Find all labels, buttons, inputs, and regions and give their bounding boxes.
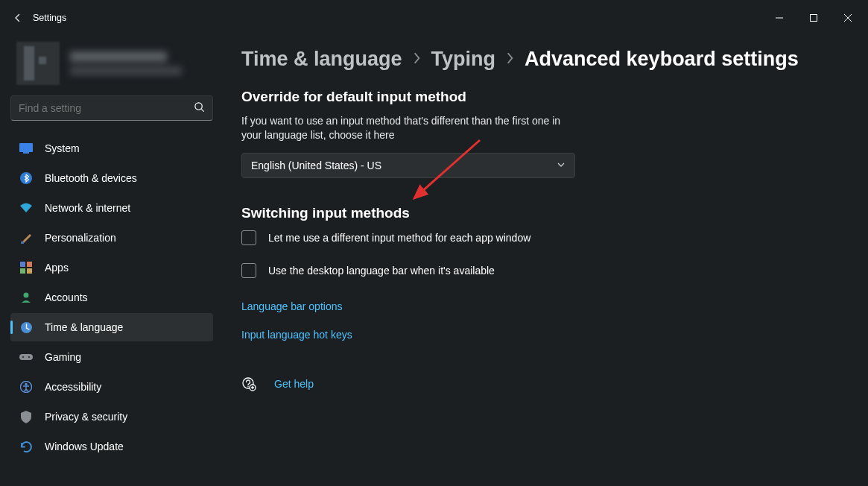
bluetooth-icon xyxy=(19,171,33,185)
title-bar: Settings xyxy=(0,0,868,36)
sidebar-item-privacy[interactable]: Privacy & security xyxy=(10,403,213,431)
sidebar-item-label: Bluetooth & devices xyxy=(45,172,137,184)
svg-point-18 xyxy=(28,356,30,358)
nav: System Bluetooth & devices Network & int… xyxy=(10,134,213,461)
sidebar-item-apps[interactable]: Apps xyxy=(10,253,213,282)
search-input[interactable] xyxy=(19,102,194,114)
link-input-hotkeys[interactable]: Input language hot keys xyxy=(241,329,838,341)
checkbox-row-per-app[interactable]: Let me use a different input method for … xyxy=(241,230,838,245)
brush-icon xyxy=(19,231,33,244)
gamepad-icon xyxy=(19,350,33,364)
minimize-button[interactable] xyxy=(762,6,796,30)
apps-icon xyxy=(19,261,33,274)
search-box[interactable] xyxy=(10,95,213,121)
svg-rect-12 xyxy=(20,268,25,274)
breadcrumb: Time & language Typing Advanced keyboard… xyxy=(241,48,838,71)
svg-point-4 xyxy=(195,102,202,109)
sidebar-item-bluetooth[interactable]: Bluetooth & devices xyxy=(10,164,213,192)
checkbox-row-language-bar[interactable]: Use the desktop language bar when it's a… xyxy=(241,263,838,278)
svg-rect-6 xyxy=(19,143,33,152)
svg-point-22 xyxy=(247,386,248,387)
breadcrumb-current: Advanced keyboard settings xyxy=(525,48,799,71)
svg-rect-16 xyxy=(19,354,33,360)
help-row: Get help xyxy=(241,376,838,391)
sidebar-item-label: Privacy & security xyxy=(45,411,127,423)
svg-rect-11 xyxy=(27,262,32,267)
sidebar-item-accessibility[interactable]: Accessibility xyxy=(10,373,213,401)
svg-rect-10 xyxy=(20,262,25,267)
checkbox-label: Use the desktop language bar when it's a… xyxy=(268,265,495,277)
svg-rect-7 xyxy=(23,152,29,154)
breadcrumb-level1[interactable]: Time & language xyxy=(241,48,402,71)
sidebar-item-label: Apps xyxy=(45,262,69,274)
sidebar-item-label: Time & language xyxy=(45,321,123,333)
sidebar-item-windows-update[interactable]: Windows Update xyxy=(10,432,213,461)
chevron-down-icon xyxy=(557,160,566,171)
wifi-icon xyxy=(19,201,33,215)
help-icon xyxy=(241,376,256,391)
content-pane: Time & language Typing Advanced keyboard… xyxy=(224,36,868,486)
search-icon xyxy=(194,101,205,116)
sidebar-item-label: Accessibility xyxy=(45,381,101,393)
chevron-right-icon xyxy=(413,51,421,68)
sidebar-item-label: Accounts xyxy=(45,291,88,303)
svg-rect-9 xyxy=(21,242,24,244)
sidebar-item-label: Network & internet xyxy=(45,202,130,214)
sidebar-item-label: Personalization xyxy=(45,232,116,244)
checkbox-label: Let me use a different input method for … xyxy=(268,232,530,244)
clock-globe-icon xyxy=(19,321,33,334)
svg-point-17 xyxy=(22,356,24,358)
avatar xyxy=(16,42,60,85)
link-language-bar-options[interactable]: Language bar options xyxy=(241,300,838,312)
back-button[interactable] xyxy=(3,3,33,33)
user-profile[interactable] xyxy=(10,36,213,95)
svg-rect-1 xyxy=(811,15,817,22)
sidebar-item-label: Gaming xyxy=(45,351,81,363)
checkbox[interactable] xyxy=(241,263,256,278)
maximize-button[interactable] xyxy=(796,6,831,30)
accessibility-icon xyxy=(19,380,33,394)
svg-point-14 xyxy=(24,293,29,298)
sidebar-item-accounts[interactable]: Accounts xyxy=(10,283,213,312)
section-heading-override: Override for default input method xyxy=(241,89,838,105)
sidebar-item-label: Windows Update xyxy=(45,441,124,452)
update-icon xyxy=(19,440,33,453)
window-title: Settings xyxy=(33,13,66,23)
sidebar-item-network[interactable]: Network & internet xyxy=(10,194,213,222)
dropdown-value: English (United States) - US xyxy=(251,160,381,171)
sidebar-item-time-language[interactable]: Time & language xyxy=(10,313,213,341)
sidebar-item-system[interactable]: System xyxy=(10,134,213,162)
section-description: If you want to use an input method that'… xyxy=(241,114,569,142)
sidebar: System Bluetooth & devices Network & int… xyxy=(0,36,224,486)
link-get-help[interactable]: Get help xyxy=(274,378,314,390)
input-method-dropdown[interactable]: English (United States) - US xyxy=(241,153,575,178)
close-button[interactable] xyxy=(831,6,865,30)
shield-icon xyxy=(19,410,33,423)
person-icon xyxy=(19,291,33,304)
svg-rect-13 xyxy=(27,268,32,274)
checkbox[interactable] xyxy=(241,230,256,245)
monitor-icon xyxy=(19,142,33,155)
sidebar-item-gaming[interactable]: Gaming xyxy=(10,343,213,371)
breadcrumb-level2[interactable]: Typing xyxy=(431,48,495,71)
sidebar-item-personalization[interactable]: Personalization xyxy=(10,224,213,252)
section-heading-switching: Switching input methods xyxy=(241,205,838,221)
svg-point-20 xyxy=(25,383,27,385)
chevron-right-icon xyxy=(506,51,514,68)
profile-text xyxy=(70,51,182,75)
svg-line-5 xyxy=(201,109,203,111)
sidebar-item-label: System xyxy=(45,142,80,154)
